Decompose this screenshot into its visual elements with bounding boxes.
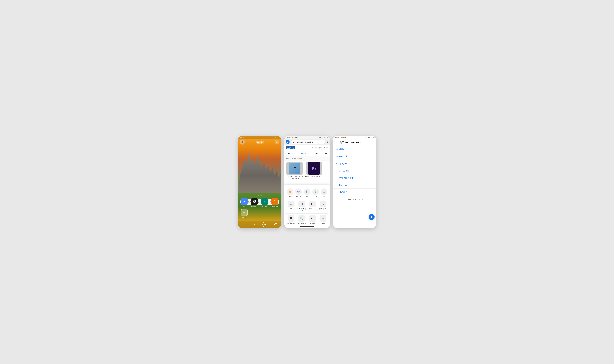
sheet-add-favorites[interactable]: ☆ 添加到收藏夹 bbox=[318, 201, 328, 212]
link-icon-chromium: ⇔ bbox=[336, 184, 337, 186]
sheet-desktop-view[interactable]: ▣ 查看桌面网站 bbox=[286, 215, 296, 224]
sheet-favorites[interactable]: ★ 收藏夹 bbox=[286, 188, 294, 197]
refresh-button[interactable]: ↻ bbox=[327, 141, 328, 143]
settings-sheet-icon: ⚙ bbox=[321, 188, 327, 195]
item-terms[interactable]: ⇔ 使用条款 bbox=[333, 146, 376, 153]
inprivate-icon: □ bbox=[298, 201, 305, 208]
sheet-inprivate[interactable]: □ 新 InPrivate 标签页 bbox=[297, 201, 307, 212]
premiere-name: Adobe Premiere Pro 2 v23.1 bbox=[305, 175, 322, 177]
bluetooth-icon: 🔊 bbox=[272, 137, 274, 138]
app-add[interactable]: + 添加站点 bbox=[240, 209, 248, 218]
worldcup-icon: ⚽ bbox=[251, 198, 258, 205]
search-hint: 搜一下它不看吗？ bbox=[312, 147, 324, 149]
wifi-3: WiFi bbox=[343, 137, 346, 138]
sheet-find-page[interactable]: 🔍 在页面上查找 bbox=[297, 215, 307, 224]
status-bar-2: 没有SIM卡 📶 3.4 K/s 👁 🔊 🔋 3:09 bbox=[284, 136, 330, 139]
site-nav: 网站首页 软件仓库 活动现报 ☰ bbox=[284, 151, 330, 156]
item-thirdparty[interactable]: ⇔ 第三方通知 bbox=[333, 167, 376, 174]
favorites-icon: ★ bbox=[287, 188, 293, 195]
search-icon[interactable]: 🔍 bbox=[326, 147, 328, 149]
site-header: 趣奇资源网 WWW.QUQIZY.COM 搜一下它不看吗？ ▼ 🔍 bbox=[284, 145, 330, 151]
sheet-home[interactable]: ⌂ 主页 bbox=[286, 201, 296, 212]
weather-icon: ☁ bbox=[257, 141, 259, 143]
worldcup-label: 世界杯赛程 bbox=[251, 206, 258, 208]
bing-label: 必应搜索 bbox=[262, 206, 267, 208]
sheet-row-1: ★ 收藏夹 ⟳ 历史记录 ⎘ 集锦 ↓ 下载 bbox=[284, 187, 330, 198]
back-button[interactable]: ← bbox=[241, 222, 246, 227]
terms-label: 使用条款 bbox=[339, 148, 347, 151]
nav-software[interactable]: 软件仓库 bbox=[297, 151, 309, 156]
sheet-handle bbox=[305, 186, 309, 186]
settings-icon[interactable]: ≡ bbox=[275, 140, 279, 144]
about-page-title: 关于 Microsoft Edge bbox=[340, 141, 361, 144]
desktop-view-icon: ▣ bbox=[288, 215, 294, 222]
url-input[interactable]: 🔒 www.quqizy.com/sort/rjcl bbox=[291, 140, 326, 144]
nav-home[interactable]: 网站首页 bbox=[286, 151, 297, 156]
forward-button[interactable]: → bbox=[252, 222, 256, 227]
favorites-label: 收藏夹 bbox=[288, 195, 292, 197]
home-button[interactable]: ••• bbox=[262, 222, 267, 227]
back-button-3[interactable]: ← bbox=[335, 141, 338, 144]
sheet-history[interactable]: ⟳ 历史记录 bbox=[294, 188, 303, 197]
time-display: 3:09 bbox=[277, 137, 279, 138]
sheet-font-size[interactable]: AA 字体大小 bbox=[318, 215, 328, 224]
edge-fab[interactable]: e bbox=[369, 214, 374, 220]
app-row-1: A 翻译 ⚽ 世界杯赛程 ᗑ 必应搜索 Q 趣奇资源网 bbox=[240, 198, 279, 208]
phone2-browser: 没有SIM卡 📶 3.4 K/s 👁 🔊 🔋 3:09 E 🔒 www.quqi… bbox=[284, 136, 330, 228]
item-service[interactable]: ⇔ 服务协议 bbox=[333, 153, 376, 160]
view-icon: 👁 bbox=[319, 137, 321, 138]
find-page-label: 在页面上查找 bbox=[298, 222, 306, 224]
sheet-download[interactable]: ↓ 下载 bbox=[311, 188, 320, 197]
browser-avatar[interactable]: E bbox=[286, 140, 290, 144]
nav-events[interactable]: 活动现报 bbox=[309, 151, 320, 156]
signal-3: 📶 bbox=[341, 137, 343, 138]
news-label: 资讯等 bbox=[258, 195, 263, 197]
settings-label: 设置 bbox=[323, 195, 325, 197]
app-worldcup[interactable]: ⚽ 世界杯赛程 bbox=[250, 198, 258, 208]
left-status-3: 没有SIM卡 📶 WiFi bbox=[335, 137, 346, 138]
time-3: 3:09 bbox=[372, 137, 374, 138]
quqi-label: 趣奇资源网 bbox=[271, 206, 278, 208]
app-bing[interactable]: ᗑ 必应搜索 bbox=[261, 198, 269, 208]
app-translate[interactable]: A 翻译 bbox=[240, 198, 248, 208]
site-search[interactable]: 搜一下它不看吗？ ▼ 🔍 bbox=[312, 147, 328, 149]
software-premiere[interactable]: Pr Adobe Premiere Pro 2 v23.1 bbox=[305, 162, 323, 179]
link-icon-opensource: ⇔ bbox=[336, 191, 337, 193]
weather-widget[interactable]: ☁ 6°C bbox=[256, 141, 264, 144]
download-icon: ↓ bbox=[312, 188, 319, 195]
send-device-icon: ⊡ bbox=[309, 201, 316, 208]
sheet-collection[interactable]: ⎘ 集锦 bbox=[303, 188, 311, 197]
sheet-settings[interactable]: ⚙ 设置 bbox=[320, 188, 328, 197]
user-avatar[interactable]: 👤 bbox=[240, 140, 245, 144]
sim-3: 没有SIM卡 bbox=[335, 137, 341, 138]
time-2: 3:09 bbox=[326, 137, 328, 138]
sheet-send-device[interactable]: ⊡ 发送到设备 bbox=[308, 201, 317, 212]
software-snapshot[interactable]: 🖥 SnapShot_v1.50汉化绿色版 系统备份/还原 bbox=[286, 162, 304, 179]
tabs-button[interactable]: 1 bbox=[273, 222, 278, 227]
app-grid: A 翻译 ⚽ 世界杯赛程 ᗑ 必应搜索 Q 趣奇资源网 + 添加站 bbox=[240, 198, 279, 220]
premiere-icon: Pr bbox=[308, 162, 320, 175]
app-quqi[interactable]: Q 趣奇资源网 bbox=[271, 198, 279, 208]
thirdparty-label: 第三方通知 bbox=[339, 169, 349, 172]
read-aloud-icon: A↑ bbox=[309, 215, 316, 222]
snapshot-thumbnail: 🖥 bbox=[286, 162, 303, 175]
menu-icon[interactable]: ☰ bbox=[324, 151, 328, 156]
temperature: 6°C bbox=[260, 141, 262, 143]
sheet-row-3: ▣ 查看桌面网站 🔍 在页面上查找 A↑ 大声朗读 AA 字体大小 bbox=[284, 214, 330, 225]
right-status-3: 👁 🔊 14%🔋 3:09 bbox=[363, 137, 374, 138]
item-chromium[interactable]: ⇔ Chromium bbox=[333, 182, 376, 189]
link-icon-newfeatures: ⇔ bbox=[336, 177, 337, 179]
item-privacy[interactable]: ⇔ 隐私声明 bbox=[333, 160, 376, 167]
add-icon: + bbox=[241, 209, 248, 216]
history-label: 历史记录 bbox=[296, 195, 301, 197]
sim-info: 没有SIM卡 bbox=[286, 137, 292, 138]
sheet-divider-2 bbox=[286, 213, 328, 214]
read-aloud-label: 大声朗读 bbox=[310, 222, 315, 224]
item-opensource[interactable]: ⇔ 开源软件 bbox=[333, 189, 376, 196]
version-text: Edge 108.0.1462.45 bbox=[347, 198, 362, 200]
translate-icon: A bbox=[241, 198, 248, 205]
sheet-read-aloud[interactable]: A↑ 大声朗读 bbox=[308, 215, 317, 224]
font-size-label: 字体大小 bbox=[320, 222, 326, 224]
find-page-icon: 🔍 bbox=[298, 215, 305, 222]
item-newfeatures[interactable]: ⇔ 新增功能和提示 bbox=[333, 174, 376, 182]
